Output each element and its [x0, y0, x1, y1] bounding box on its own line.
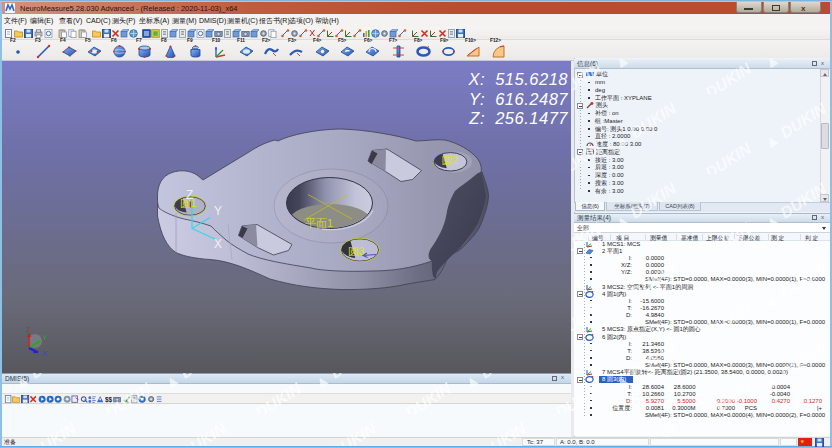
svg-text:$$: $$	[105, 395, 113, 402]
svg-text:平面1: 平面1	[305, 217, 333, 229]
svg-text:Y: Y	[214, 204, 222, 218]
svg-text:Y: Y	[42, 333, 48, 342]
svg-text:圆2: 圆2	[442, 154, 459, 166]
svg-text:圆1: 圆1	[180, 197, 197, 209]
svg-text:Z: Z	[26, 325, 31, 334]
svg-text:X: X	[214, 237, 222, 251]
svg-text:圆3: 圆3	[348, 245, 365, 257]
svg-text:X: X	[42, 349, 48, 358]
